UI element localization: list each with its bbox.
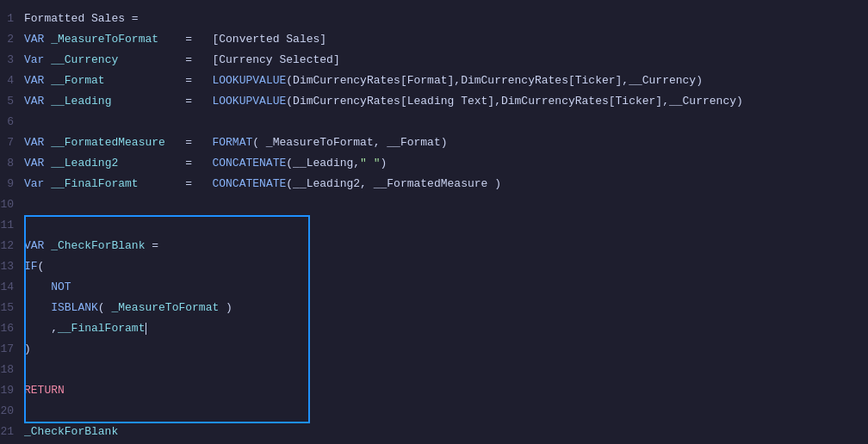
line-num-7: 7 — [0, 133, 24, 152]
line-num-1: 1 — [0, 9, 24, 28]
code-editor[interactable]: 1 Formatted Sales = 2 VAR _MeasureToForm… — [0, 0, 868, 444]
line-num-3: 3 — [0, 51, 24, 70]
line-content-5: VAR __Leading = LOOKUPVALUE(DimCurrencyR… — [24, 92, 743, 111]
line-num-10: 10 — [0, 195, 24, 214]
code-line-18: 18 — [0, 360, 868, 380]
line-num-13: 13 — [0, 257, 24, 276]
code-line-8: 8 VAR __Leading2 = CONCATENATE(__Leading… — [0, 153, 868, 174]
line-content-20 — [24, 402, 31, 421]
line-num-18: 18 — [0, 361, 24, 379]
code-line-10: 10 — [0, 194, 868, 215]
line-num-6: 6 — [0, 113, 24, 132]
code-line-21: 21 _CheckForBlank — [0, 422, 868, 442]
code-line-20: 20 — [0, 401, 868, 422]
code-content: 1 Formatted Sales = 2 VAR _MeasureToForm… — [0, 9, 868, 442]
line-num-11: 11 — [0, 216, 24, 235]
line-num-5: 5 — [0, 92, 24, 111]
line-content-19: RETURN — [24, 381, 65, 400]
line-num-16: 16 — [0, 319, 24, 338]
line-num-17: 17 — [0, 340, 24, 359]
line-num-4: 4 — [0, 71, 24, 90]
code-line-7: 7 VAR __FormatedMeasure = FORMAT( _Measu… — [0, 133, 868, 153]
text-cursor — [146, 323, 146, 335]
line-num-9: 9 — [0, 175, 24, 194]
line-num-12: 12 — [0, 237, 24, 256]
line-content-1: Formatted Sales = — [24, 9, 139, 28]
line-content-8: VAR __Leading2 = CONCATENATE(__Leading,"… — [24, 154, 387, 173]
line-num-21: 21 — [0, 422, 24, 441]
code-line-1: 1 Formatted Sales = — [0, 9, 868, 29]
line-content-10 — [24, 195, 31, 214]
line-content-21: _CheckForBlank — [24, 422, 118, 441]
line-num-14: 14 — [0, 278, 24, 297]
code-line-17: 17 ) — [0, 339, 868, 360]
line-content-6 — [24, 113, 31, 132]
line-content-11 — [24, 216, 31, 235]
code-line-19: 19 RETURN — [0, 380, 868, 401]
code-line-15: 15 ISBLANK( _MeasureToFormat ) — [0, 298, 868, 318]
line-num-19: 19 — [0, 381, 24, 400]
code-line-11: 11 — [0, 215, 868, 236]
line-num-2: 2 — [0, 30, 24, 49]
line-content-12: VAR _CheckForBlank = — [24, 237, 158, 256]
line-content-9: Var __FinalForamt = CONCATENATE(__Leadin… — [24, 175, 501, 194]
code-line-16: 16 ,__FinalForamt — [0, 318, 868, 339]
line-num-15: 15 — [0, 299, 24, 318]
line-content-17: ) — [24, 340, 31, 359]
line-content-3: Var __Currency = [Currency Selected] — [24, 51, 340, 70]
code-line-2: 2 VAR _MeasureToFormat = [Converted Sale… — [0, 29, 868, 50]
code-line-3: 3 Var __Currency = [Currency Selected] — [0, 50, 868, 71]
line-num-8: 8 — [0, 154, 24, 173]
code-line-5: 5 VAR __Leading = LOOKUPVALUE(DimCurrenc… — [0, 91, 868, 112]
line-content-4: VAR __Format = LOOKUPVALUE(DimCurrencyRa… — [24, 71, 703, 90]
code-line-9: 9 Var __FinalForamt = CONCATENATE(__Lead… — [0, 174, 868, 194]
code-line-12: 12 VAR _CheckForBlank = — [0, 236, 868, 256]
line-content-7: VAR __FormatedMeasure = FORMAT( _Measure… — [24, 133, 448, 152]
line-content-16: ,__FinalForamt — [24, 319, 146, 338]
line-content-18 — [24, 361, 31, 379]
code-line-14: 14 NOT — [0, 277, 868, 298]
line-content-2: VAR _MeasureToFormat = [Converted Sales] — [24, 30, 326, 49]
code-line-13: 13 IF( — [0, 256, 868, 277]
code-line-4: 4 VAR __Format = LOOKUPVALUE(DimCurrency… — [0, 71, 868, 91]
line-num-20: 20 — [0, 402, 24, 421]
line-content-13: IF( — [24, 257, 44, 276]
code-line-6: 6 — [0, 112, 868, 133]
line-content-14: NOT — [24, 278, 71, 297]
line-content-15: ISBLANK( _MeasureToFormat ) — [24, 299, 232, 318]
